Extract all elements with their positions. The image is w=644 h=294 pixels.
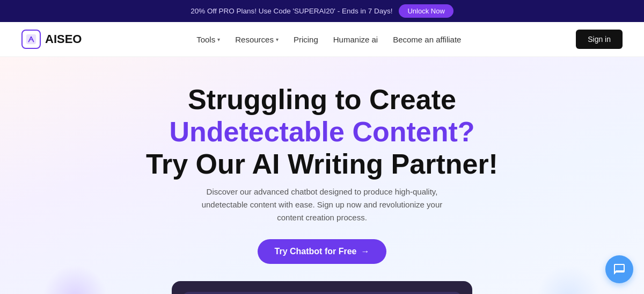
- svg-rect-0: [26, 34, 36, 44]
- arrow-icon: →: [361, 247, 369, 256]
- chat-card: 👤 Can you generate an outline for a blog…: [172, 281, 472, 294]
- chevron-down-icon: ▾: [276, 37, 279, 42]
- hero-heading-part1: Struggling to Create: [188, 84, 456, 115]
- nav-label-resources: Resources: [235, 35, 274, 44]
- chat-message: 👤 Can you generate an outline for a blog…: [182, 292, 462, 294]
- cta-label: Try Chatbot for Free: [275, 247, 357, 256]
- decorative-blob-left: [43, 265, 107, 294]
- chat-bubble-button[interactable]: [605, 255, 633, 283]
- unlock-now-button[interactable]: Unlock Now: [399, 4, 453, 18]
- hero-heading: Struggling to Create Undetectable Conten…: [118, 84, 526, 180]
- hero-heading-purple: Undetectable Content?: [169, 116, 474, 147]
- cta-button[interactable]: Try Chatbot for Free →: [258, 239, 387, 264]
- logo[interactable]: AISEO: [21, 30, 82, 49]
- navbar: AISEO Tools ▾ Resources ▾ Pricing Humani…: [0, 22, 644, 57]
- nav-label-affiliate: Become an affiliate: [393, 35, 461, 44]
- top-banner: 20% Off PRO Plans! Use Code 'SUPERAI20' …: [0, 0, 644, 22]
- nav-label-pricing: Pricing: [294, 35, 318, 44]
- nav-item-affiliate[interactable]: Become an affiliate: [393, 35, 461, 44]
- signin-button[interactable]: Sign in: [576, 30, 623, 49]
- logo-icon: [21, 30, 41, 49]
- logo-text: AISEO: [45, 32, 82, 46]
- nav-links: Tools ▾ Resources ▾ Pricing Humanize ai …: [196, 35, 461, 44]
- decorative-blob-right: [537, 265, 601, 294]
- nav-item-resources[interactable]: Resources ▾: [235, 35, 279, 44]
- chat-bubble-icon: [613, 263, 626, 276]
- nav-item-pricing[interactable]: Pricing: [294, 35, 318, 44]
- chat-preview-wrapper: 👤 Can you generate an outline for a blog…: [11, 281, 633, 294]
- chevron-down-icon: ▾: [217, 37, 220, 42]
- hero-section: Struggling to Create Undetectable Conten…: [0, 57, 644, 294]
- hero-heading-part2: Try Our AI Writing Partner!: [146, 148, 498, 180]
- nav-item-humanize[interactable]: Humanize ai: [333, 35, 378, 44]
- nav-actions: Sign in: [576, 30, 623, 49]
- nav-label-tools: Tools: [196, 35, 215, 44]
- nav-label-humanize: Humanize ai: [333, 35, 378, 44]
- banner-text: 20% Off PRO Plans! Use Code 'SUPERAI20' …: [191, 7, 392, 15]
- hero-subtext: Discover our advanced chatbot designed t…: [199, 185, 445, 224]
- nav-item-tools[interactable]: Tools ▾: [196, 35, 220, 44]
